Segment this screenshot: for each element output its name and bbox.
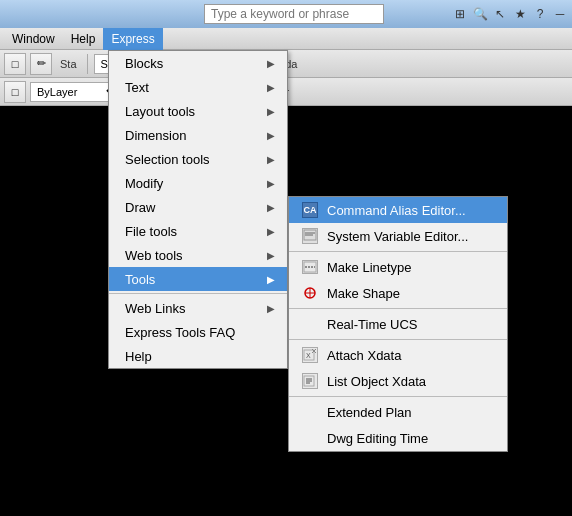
menu-express[interactable]: Express <box>103 28 162 50</box>
grid-icon[interactable]: ⊞ <box>452 6 468 22</box>
submenu-sep-4 <box>289 396 507 397</box>
search-area <box>204 4 384 24</box>
arrow-icon: ▶ <box>267 250 275 261</box>
submenu-sep-3 <box>289 339 507 340</box>
menu-tools[interactable]: Tools ▶ <box>109 267 287 291</box>
xdata-attach-icon: X <box>301 346 319 364</box>
cursor-icon[interactable]: ↖ <box>492 6 508 22</box>
sysvar-icon <box>301 227 319 245</box>
menu-window[interactable]: Window <box>4 28 63 50</box>
star-icon[interactable]: ★ <box>512 6 528 22</box>
search-input[interactable] <box>204 4 384 24</box>
menu-web-tools[interactable]: Web tools ▶ <box>109 243 287 267</box>
arrow-icon: ▶ <box>267 303 275 314</box>
shape-icon <box>301 284 319 302</box>
submenu-sep-1 <box>289 251 507 252</box>
alias-icon: CA <box>301 201 319 219</box>
toolbar-checkbox[interactable]: □ <box>4 81 26 103</box>
svg-text:X: X <box>306 352 311 359</box>
toolbar-btn-1[interactable]: □ <box>4 53 26 75</box>
submenu-sysvar[interactable]: System Variable Editor... <box>289 223 507 249</box>
submenu-realtime-ucs[interactable]: Real-Time UCS <box>289 311 507 337</box>
menu-express-tools-faq[interactable]: Express Tools FAQ <box>109 320 287 344</box>
xdata-list-icon <box>301 372 319 390</box>
help-icon[interactable]: ? <box>532 6 548 22</box>
menu-file-tools[interactable]: File tools ▶ <box>109 219 287 243</box>
menu-layout-tools[interactable]: Layout tools ▶ <box>109 99 287 123</box>
submenu-sep-2 <box>289 308 507 309</box>
arrow-icon: ▶ <box>267 178 275 189</box>
arrow-icon: ▶ <box>267 274 275 285</box>
express-dropdown-menu: Blocks ▶ Text ▶ Layout tools ▶ Dimension… <box>108 50 288 369</box>
bylayer-select[interactable]: ByLayer <box>30 82 120 102</box>
submenu-attach-xdata[interactable]: X Attach Xdata <box>289 342 507 368</box>
arrow-icon: ▶ <box>267 202 275 213</box>
submenu-command-alias[interactable]: CA Command Alias Editor... <box>289 197 507 223</box>
toolbar-btn-2[interactable]: ✏ <box>30 53 52 75</box>
menu-help-item[interactable]: Help <box>109 344 287 368</box>
submenu-dwg-editing-time[interactable]: Dwg Editing Time <box>289 425 507 451</box>
menu-modify[interactable]: Modify ▶ <box>109 171 287 195</box>
submenu-list-xdata[interactable]: List Object Xdata <box>289 368 507 394</box>
search-icon[interactable]: 🔍 <box>472 6 488 22</box>
menu-bar: Window Help Express <box>0 28 572 50</box>
divider-1 <box>87 54 88 74</box>
submenu-extended-plan[interactable]: Extended Plan <box>289 399 507 425</box>
arrow-icon: ▶ <box>267 226 275 237</box>
menu-text[interactable]: Text ▶ <box>109 75 287 99</box>
arrow-icon: ▶ <box>267 58 275 69</box>
submenu-linetype[interactable]: Make Linetype <box>289 254 507 280</box>
minimize-icon[interactable]: ─ <box>552 6 568 22</box>
menu-selection-tools[interactable]: Selection tools ▶ <box>109 147 287 171</box>
linetype-icon <box>301 258 319 276</box>
title-bar-icons: ⊞ 🔍 ↖ ★ ? ─ <box>452 6 568 22</box>
menu-web-links[interactable]: Web Links ▶ <box>109 296 287 320</box>
arrow-icon: ▶ <box>267 130 275 141</box>
menu-separator-1 <box>109 293 287 294</box>
tools-submenu: CA Command Alias Editor... System Variab… <box>288 196 508 452</box>
title-bar: ⊞ 🔍 ↖ ★ ? ─ <box>0 0 572 28</box>
menu-dimension[interactable]: Dimension ▶ <box>109 123 287 147</box>
arrow-icon: ▶ <box>267 154 275 165</box>
arrow-icon: ▶ <box>267 106 275 117</box>
arrow-icon: ▶ <box>267 82 275 93</box>
menu-help[interactable]: Help <box>63 28 104 50</box>
style-label: Sta <box>56 58 81 70</box>
menu-draw[interactable]: Draw ▶ <box>109 195 287 219</box>
submenu-shape[interactable]: Make Shape <box>289 280 507 306</box>
menu-blocks[interactable]: Blocks ▶ <box>109 51 287 75</box>
